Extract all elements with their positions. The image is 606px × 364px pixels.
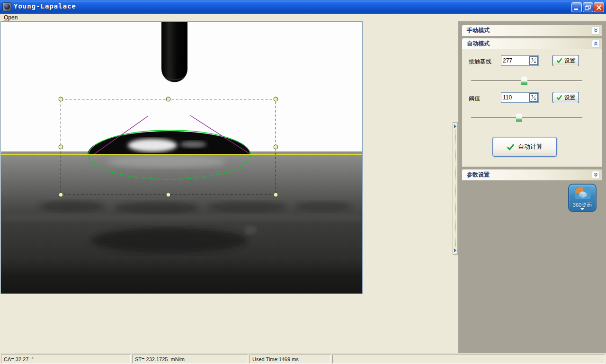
drop-reflection <box>107 156 226 168</box>
status-contact-angle: CA= 32.27 ° <box>1 355 131 364</box>
title-bar[interactable]: Young-Lapalace <box>0 0 606 14</box>
droplet-highlight <box>128 139 177 152</box>
chevron-down-icon[interactable] <box>592 171 600 179</box>
params-title: 参数设置 <box>462 171 490 179</box>
menu-item-open[interactable]: Open <box>4 14 18 21</box>
params-header[interactable]: 参数设置 <box>462 169 602 180</box>
application-window: Young-Lapalace Open <box>0 0 606 364</box>
status-used-time: Used Time:1469 ms <box>250 355 331 364</box>
needle <box>161 22 187 82</box>
auto-mode-header[interactable]: 自动模式 <box>462 38 602 49</box>
manual-mode-header[interactable]: 手动模式 <box>462 25 602 36</box>
minimize-icon <box>574 9 578 10</box>
menu-bar <box>0 14 606 21</box>
chevron-up-icon[interactable] <box>592 40 600 48</box>
panel-splitter[interactable] <box>453 122 458 255</box>
drop-measurement-scene <box>1 22 362 293</box>
threshold-spinner[interactable] <box>529 93 538 102</box>
baseline-label: 接触基线 <box>469 58 491 66</box>
splitter-arrow-icon <box>454 249 456 252</box>
splitter-dots <box>455 130 455 247</box>
status-surface-tension: ST= 232.1725 mN/m <box>132 355 248 364</box>
restore-icon <box>585 5 591 10</box>
window-title: Young-Lapalace <box>14 2 76 10</box>
check-icon <box>556 95 562 100</box>
splitter-arrow-icon <box>454 124 456 128</box>
drop-image-viewer[interactable] <box>0 21 363 294</box>
threshold-set-button[interactable]: 设置 <box>553 92 579 103</box>
widget-dropdown-icon[interactable] <box>580 208 585 210</box>
baseline-set-button[interactable]: 设置 <box>553 55 579 66</box>
threshold-label: 阈值 <box>469 95 480 103</box>
set-button-label: 设置 <box>564 57 576 65</box>
set-button-label: 设置 <box>564 94 576 102</box>
auto-calculate-button[interactable]: 自动计算 <box>492 137 557 157</box>
check-icon <box>556 58 562 63</box>
threshold-slider-track[interactable] <box>471 117 582 118</box>
close-icon <box>596 5 602 10</box>
app-icon <box>2 2 11 11</box>
status-empty-panel <box>332 355 605 364</box>
up-down-icon <box>530 94 537 101</box>
manual-mode-title: 手动模式 <box>462 27 490 35</box>
restore-button[interactable] <box>583 2 593 12</box>
chevron-down-icon[interactable] <box>592 27 600 35</box>
auto-calculate-label: 自动计算 <box>518 142 543 151</box>
substrate-surface <box>1 151 362 293</box>
minimize-button[interactable] <box>571 2 582 12</box>
360-desktop-widget[interactable]: 360桌面 <box>568 184 597 212</box>
baseline-spinner[interactable] <box>529 56 538 65</box>
up-down-icon <box>530 57 537 64</box>
auto-mode-title: 自动模式 <box>462 40 490 48</box>
360-box-icon <box>575 187 590 200</box>
status-bar: CA= 32.27 ° ST= 232.1725 mN/m Used Time:… <box>0 353 606 364</box>
close-button[interactable] <box>594 2 604 12</box>
check-icon <box>507 143 515 151</box>
